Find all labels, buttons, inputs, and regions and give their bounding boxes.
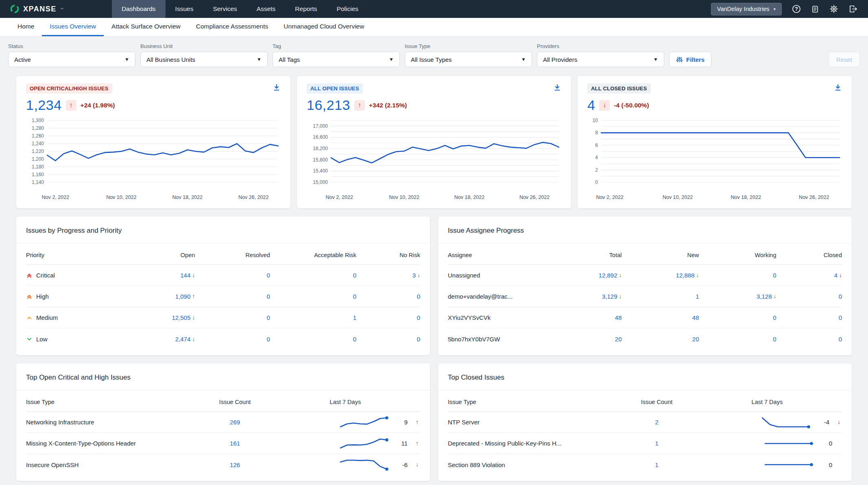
acceptable-risk-count-link[interactable]: 0 <box>353 272 356 279</box>
table-row: Deprecated - Missing Public-Key-Pins H..… <box>448 433 842 454</box>
brand-logo[interactable]: XPANSE™ <box>0 4 73 14</box>
table-row: Low 2,474↓ 0 0 0 <box>26 328 420 350</box>
tab-issues-overview[interactable]: Issues Overview <box>42 18 104 36</box>
open-count-link[interactable]: 12,505 <box>172 314 190 321</box>
filter-providers-label: Providers <box>537 43 664 49</box>
filter-tag-label: Tag <box>273 43 400 49</box>
closed-count-link[interactable]: 0 <box>839 336 842 343</box>
download-icon[interactable] <box>553 83 561 93</box>
section-title: Top Open Critical and High Issues <box>16 363 430 390</box>
new-count-link[interactable]: 12,888 <box>676 272 695 279</box>
working-count-link[interactable]: 0 <box>773 314 776 321</box>
providers-select[interactable]: All Providers▼ <box>537 52 664 67</box>
tab-attack-surface-overview[interactable]: Attack Surface Overview <box>104 18 188 36</box>
closed-count-link[interactable]: 0 <box>839 293 842 300</box>
org-selector-button[interactable]: VanDelay Industries ▾ <box>711 3 782 15</box>
tab-unmanaged-cloud-overview[interactable]: Unmanaged Cloud Overview <box>276 18 372 36</box>
total-count-link[interactable]: 3,129 <box>602 293 617 300</box>
open-count-link[interactable]: 2,474 <box>175 336 191 343</box>
download-icon[interactable] <box>834 83 842 93</box>
priority-low-icon <box>26 336 33 342</box>
trend-down-icon: ↓ <box>839 272 842 278</box>
chevron-down-icon: ▼ <box>389 57 394 62</box>
resolved-count-link[interactable]: 0 <box>267 293 270 300</box>
trend-down-icon: ↓ <box>619 293 622 299</box>
issue-type-select[interactable]: All Issue Types▼ <box>405 52 532 67</box>
svg-text:17,000: 17,000 <box>313 123 328 129</box>
tab-compliance-assessments[interactable]: Compliance Assessments <box>188 18 276 36</box>
help-icon[interactable]: ? <box>792 4 801 13</box>
nav-item-reports[interactable]: Reports <box>285 0 327 18</box>
nav-item-services[interactable]: Services <box>203 0 246 18</box>
total-count-link[interactable]: 20 <box>615 336 622 343</box>
delta-value: -6 <box>397 461 408 468</box>
new-count-link[interactable]: 1 <box>696 293 699 300</box>
chevron-down-icon: ▼ <box>521 57 526 62</box>
nav-item-policies[interactable]: Policies <box>327 0 368 18</box>
nav-item-assets[interactable]: Assets <box>247 0 286 18</box>
filter-bar: Status Active▼ Business Unit All Busines… <box>8 43 860 67</box>
working-count-link[interactable]: 0 <box>773 272 776 279</box>
acceptable-risk-count-link[interactable]: 0 <box>353 293 356 300</box>
business-unit-value: All Business Units <box>146 56 195 63</box>
nav-item-dashboards[interactable]: Dashboards <box>112 0 166 18</box>
open-count-link[interactable]: 144 <box>180 272 190 279</box>
svg-text:1,300: 1,300 <box>32 118 44 123</box>
top-closed-issues-table: Issue Type Issue Count Last 7 Days NTP S… <box>438 391 852 481</box>
no-risk-count-link[interactable]: 0 <box>417 314 420 321</box>
trend-down-icon: ↓ <box>192 314 195 321</box>
col-last-7-days: Last 7 Days <box>692 399 842 405</box>
acceptable-risk-count-link[interactable]: 1 <box>353 314 356 321</box>
business-unit-select[interactable]: All Business Units▼ <box>140 52 268 67</box>
download-icon[interactable] <box>273 83 281 93</box>
no-risk-count-link[interactable]: 0 <box>417 336 420 343</box>
nav-right-cluster: VanDelay Industries ▾ ? <box>711 3 868 15</box>
open-critical-high-issues-card: OPEN CRITICAL/HIGH ISSUES 1,234 ↑ +24 (1… <box>16 76 290 208</box>
working-count-link[interactable]: 0 <box>773 336 776 343</box>
total-count-link[interactable]: 12,892 <box>599 272 617 279</box>
table-row: High 1,090↑ 0 0 0 <box>26 286 420 307</box>
logout-icon[interactable] <box>848 4 857 13</box>
total-count-link[interactable]: 48 <box>615 314 622 321</box>
resolved-count-link[interactable]: 0 <box>267 336 270 343</box>
status-select[interactable]: Active▼ <box>8 52 135 67</box>
new-count-link[interactable]: 20 <box>692 336 699 343</box>
col-closed: Closed <box>776 252 842 258</box>
working-count-link[interactable]: 3,128 <box>757 293 772 300</box>
status-value: Active <box>14 56 31 63</box>
closed-count-link[interactable]: 0 <box>839 314 842 321</box>
tag-select[interactable]: All Tags▼ <box>273 52 400 67</box>
release-notes-icon[interactable] <box>811 5 819 13</box>
table-row: Section 889 Violation 1 0 <box>448 454 842 475</box>
no-risk-count-link[interactable]: 0 <box>417 293 420 300</box>
new-count-link[interactable]: 48 <box>692 314 699 321</box>
settings-gear-icon[interactable] <box>829 4 838 13</box>
nav-item-issues[interactable]: Issues <box>166 0 203 18</box>
trend-sparkline <box>338 457 390 472</box>
issue-count-link[interactable]: 269 <box>230 419 240 426</box>
progress-priority-table: Priority Open Resolved Acceptable Risk N… <box>16 244 430 355</box>
dashboard-tab-bar: Home Issues Overview Attack Surface Over… <box>0 18 868 37</box>
issue-count-link[interactable]: 161 <box>230 440 240 447</box>
filter-tag: Tag All Tags▼ <box>273 43 400 67</box>
svg-text:Nov 26, 2022: Nov 26, 2022 <box>238 194 268 200</box>
issue-count-link[interactable]: 126 <box>230 461 240 468</box>
filters-button[interactable]: Filters <box>669 52 711 67</box>
tab-home[interactable]: Home <box>10 18 42 36</box>
table-header-row: Priority Open Resolved Acceptable Risk N… <box>26 245 420 265</box>
issue-count-link[interactable]: 1 <box>655 461 658 468</box>
acceptable-risk-count-link[interactable]: 0 <box>353 336 356 343</box>
issue-type-value: All Issue Types <box>411 56 452 63</box>
no-risk-count-link[interactable]: 3 <box>412 272 416 279</box>
priority-name: Critical <box>36 272 55 279</box>
issue-assignee-progress-card: Issue Assignee Progress Assignee Total N… <box>438 216 852 355</box>
resolved-count-link[interactable]: 0 <box>267 314 270 321</box>
issue-count-link[interactable]: 2 <box>655 419 658 426</box>
closed-count-link[interactable]: 4 <box>834 272 837 279</box>
resolved-count-link[interactable]: 0 <box>267 272 270 279</box>
issue-count-link[interactable]: 1 <box>655 440 658 447</box>
open-count-link[interactable]: 1,090 <box>175 293 191 300</box>
col-issue-type: Issue Type <box>26 399 199 405</box>
reset-button[interactable]: Reset <box>829 52 860 67</box>
table-row: Networking Infrastructure 269 9↑ <box>26 412 420 433</box>
